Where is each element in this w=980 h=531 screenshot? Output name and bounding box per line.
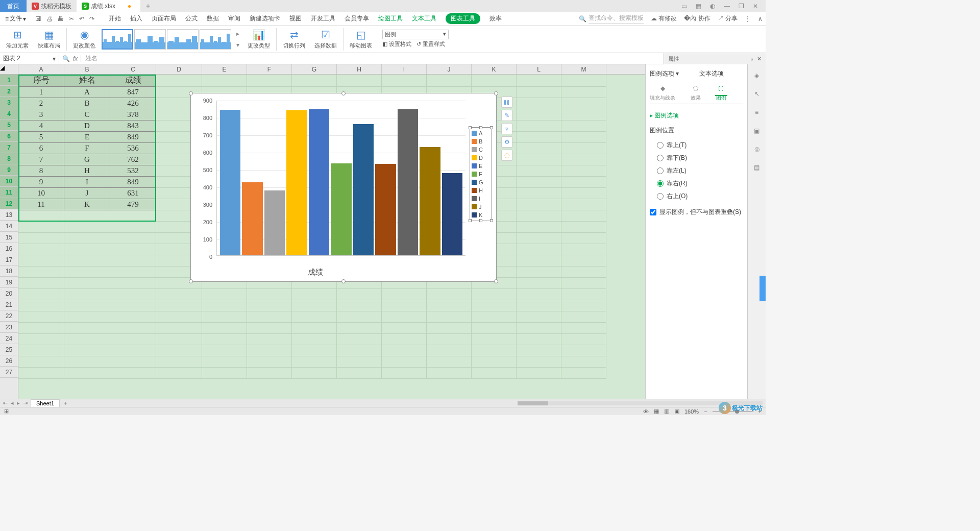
share-button[interactable]: ↗ 分享	[718, 14, 738, 23]
legend-item-F[interactable]: F	[472, 170, 490, 178]
cell-A15[interactable]	[18, 233, 64, 244]
status-left-icon[interactable]: ⊞	[4, 408, 9, 415]
cell-F25[interactable]	[247, 345, 292, 356]
cell-B20[interactable]	[64, 289, 110, 300]
menu-layout[interactable]: 页面布局	[152, 13, 176, 24]
chart-object[interactable]: ⫿⫿ ✎ ▿ ⚙ ◌ 0100200300400500600700800900 …	[190, 93, 497, 282]
undo-icon[interactable]: ↶	[79, 15, 84, 22]
cell-C15[interactable]	[110, 233, 156, 244]
cell-K27[interactable]	[472, 368, 517, 379]
legend-item-G[interactable]: G	[472, 178, 490, 186]
sheet-last-icon[interactable]: ⇥	[23, 400, 28, 406]
cell-L7[interactable]	[517, 143, 561, 154]
cell-E23[interactable]	[202, 323, 247, 334]
cell-E1[interactable]	[202, 75, 247, 87]
cell-D24[interactable]	[156, 334, 202, 345]
collapse-ribbon-icon[interactable]: ∧	[758, 15, 763, 22]
cell-B17[interactable]	[64, 255, 110, 267]
switch-rc-button[interactable]: ⇄切换行列	[280, 28, 308, 50]
legend-options-tab[interactable]: 图例选项 ▾	[650, 69, 679, 78]
cell-A27[interactable]	[18, 368, 64, 379]
cell-L15[interactable]	[517, 233, 561, 244]
cell-J1[interactable]	[427, 75, 472, 87]
select-all-corner[interactable]: ◢	[0, 64, 18, 75]
cell-G26[interactable]	[292, 356, 337, 368]
cell-B27[interactable]	[64, 368, 110, 379]
row-header-9[interactable]: 9	[0, 164, 18, 176]
cell-C23[interactable]	[110, 323, 156, 334]
cell-B13[interactable]	[64, 210, 110, 222]
cell-A22[interactable]	[18, 311, 64, 323]
cell-B26[interactable]	[64, 356, 110, 368]
select-pane-icon[interactable]: ↖	[752, 89, 762, 99]
cell-H22[interactable]	[337, 311, 382, 323]
cell-L11[interactable]	[517, 188, 561, 199]
chart-legend[interactable]: ABCDEFGHIJK	[470, 127, 492, 221]
quick-layout-button[interactable]: ▦快速布局	[35, 28, 63, 50]
cell-L5[interactable]	[517, 120, 561, 132]
style-1[interactable]	[102, 29, 133, 50]
cell-F23[interactable]	[247, 323, 292, 334]
style-pane-icon[interactable]: ◈	[752, 70, 762, 81]
cell-B10[interactable]: I	[64, 177, 110, 188]
cell-M6[interactable]	[561, 132, 606, 143]
view-page-icon[interactable]: ▥	[664, 408, 669, 415]
bar-E[interactable]	[309, 109, 329, 255]
cell-C20[interactable]	[110, 289, 156, 300]
cell-C6[interactable]: 849	[110, 132, 156, 143]
cell-G25[interactable]	[292, 345, 337, 356]
cell-B24[interactable]	[64, 334, 110, 345]
bar-A[interactable]	[220, 110, 240, 255]
cell-L22[interactable]	[517, 311, 561, 323]
col-header-H[interactable]: H	[337, 64, 382, 74]
sheet-next-icon[interactable]: ▸	[17, 400, 20, 406]
col-header-M[interactable]: M	[561, 64, 606, 74]
col-header-E[interactable]: E	[202, 64, 247, 74]
bar-D[interactable]	[286, 110, 307, 255]
cloud-edit[interactable]: ☁ 有修改	[651, 14, 677, 23]
cell-M11[interactable]	[561, 188, 606, 199]
menu-dev[interactable]: 开发工具	[311, 13, 335, 24]
layout-icon[interactable]: ▭	[680, 2, 688, 10]
cell-B1[interactable]: 姓名	[64, 75, 110, 87]
more-icon[interactable]: ⋮	[745, 15, 751, 22]
menu-chart-tools[interactable]: 图表工具	[446, 13, 480, 24]
cell-M7[interactable]	[561, 143, 606, 154]
apps-icon[interactable]: ▦	[694, 2, 702, 10]
col-header-J[interactable]: J	[427, 64, 472, 74]
cell-J21[interactable]	[427, 300, 472, 311]
legend-item-H[interactable]: H	[472, 186, 490, 195]
cell-K22[interactable]	[472, 311, 517, 323]
row-header-7[interactable]: 7	[0, 142, 18, 153]
cell-J24[interactable]	[427, 334, 472, 345]
cut-icon[interactable]: ✂	[69, 15, 74, 22]
cell-D26[interactable]	[156, 356, 202, 368]
row-header-27[interactable]: 27	[0, 367, 18, 378]
style-4[interactable]	[200, 29, 231, 50]
cell-F26[interactable]	[247, 356, 292, 368]
bar-I[interactable]	[398, 109, 418, 255]
row-header-13[interactable]: 13	[0, 209, 18, 221]
cell-C8[interactable]: 762	[110, 154, 156, 165]
cell-E22[interactable]	[202, 311, 247, 323]
chart-elements-icon[interactable]: ⫿⫿	[501, 96, 512, 108]
cell-G21[interactable]	[292, 300, 337, 311]
cell-L14[interactable]	[517, 222, 561, 233]
cell-A17[interactable]	[18, 255, 64, 267]
row-header-17[interactable]: 17	[0, 254, 18, 266]
legend-item-E[interactable]: E	[472, 162, 490, 170]
row-header-22[interactable]: 22	[0, 310, 18, 322]
style-2[interactable]	[134, 29, 166, 50]
cell-M25[interactable]	[561, 345, 606, 356]
cell-C7[interactable]: 536	[110, 143, 156, 154]
menu-draw-tools[interactable]: 绘图工具	[378, 13, 403, 24]
change-color-button[interactable]: ◉更改颜色	[70, 28, 99, 50]
cell-D1[interactable]	[156, 75, 202, 87]
row-header-25[interactable]: 25	[0, 344, 18, 355]
cell-A25[interactable]	[18, 345, 64, 356]
adjust-pane-icon[interactable]: ≡	[752, 107, 762, 117]
cell-A21[interactable]	[18, 300, 64, 311]
menu-review[interactable]: 审阅	[228, 13, 240, 24]
cell-A18[interactable]	[18, 267, 64, 278]
coop-button[interactable]: �內 协作	[684, 14, 710, 23]
